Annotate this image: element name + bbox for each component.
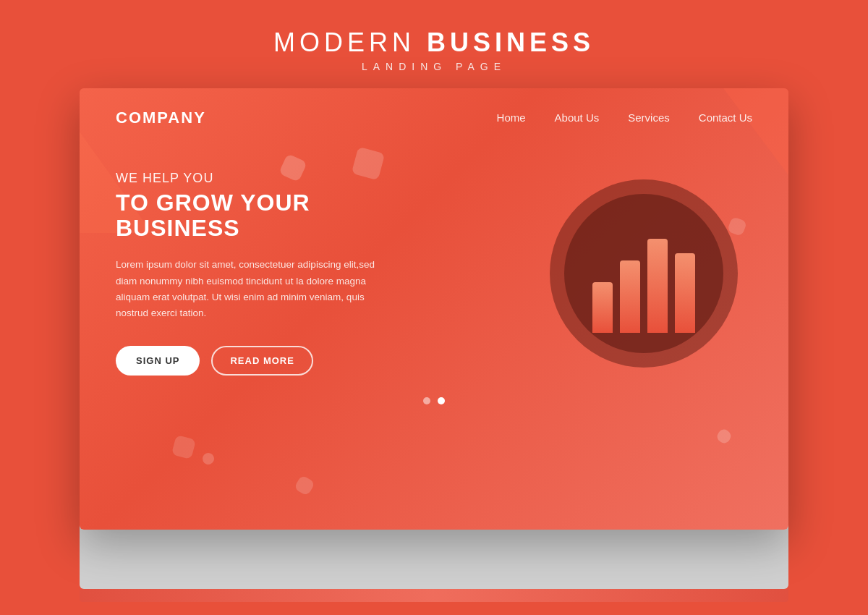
- nav-item-home[interactable]: Home: [497, 111, 526, 124]
- nav-links: Home About Us Services Contact Us: [497, 111, 752, 124]
- main-content: WE HELP YOU TO GROW YOUR BUSINESS Lorem …: [80, 135, 788, 397]
- dot-2[interactable]: [438, 397, 445, 404]
- bottom-gray-area: [80, 524, 788, 589]
- hero-subtitle: WE HELP YOU: [116, 171, 434, 186]
- page-title-area: MODERN BUSINESS LANDING PAGE: [273, 0, 595, 88]
- navbar: COMPANY Home About Us Services Contact U…: [80, 88, 788, 135]
- chart-bar-1: [592, 282, 613, 333]
- chart-bar-4: [675, 253, 695, 333]
- nav-item-contact[interactable]: Contact Us: [699, 111, 752, 124]
- pagination-dots: [80, 397, 788, 420]
- bottom-red-bar: [80, 589, 788, 602]
- chart-bar-3: [647, 239, 668, 333]
- nav-link-about[interactable]: About Us: [555, 111, 600, 124]
- landing-card: COMPANY Home About Us Services Contact U…: [80, 88, 788, 530]
- decor-shape-5: [201, 451, 216, 467]
- decor-shape-4: [715, 427, 733, 445]
- button-group: SIGN UP READ MORE: [116, 346, 434, 376]
- chart-circle-inner: [564, 194, 723, 353]
- dot-1[interactable]: [423, 397, 430, 404]
- nav-link-home[interactable]: Home: [497, 111, 526, 124]
- outer-background: MODERN BUSINESS LANDING PAGE COMPANY Hom…: [0, 0, 868, 615]
- hero-title: TO GROW YOUR BUSINESS: [116, 190, 434, 241]
- nav-item-about[interactable]: About Us: [555, 111, 600, 124]
- nav-link-contact[interactable]: Contact Us: [699, 111, 752, 124]
- chart-container: [550, 179, 738, 368]
- readmore-button[interactable]: READ MORE: [211, 346, 312, 376]
- nav-link-services[interactable]: Services: [628, 111, 670, 124]
- sub-title: LANDING PAGE: [273, 61, 595, 72]
- chart-circle-outer: [550, 179, 738, 368]
- left-content: WE HELP YOU TO GROW YOUR BUSINESS Lorem …: [116, 171, 434, 376]
- signup-button[interactable]: SIGN UP: [116, 346, 200, 376]
- nav-item-services[interactable]: Services: [628, 111, 670, 124]
- chart-bar-2: [620, 260, 640, 333]
- logo: COMPANY: [116, 109, 206, 127]
- decor-shape-7: [171, 435, 196, 459]
- main-title: MODERN BUSINESS: [273, 27, 595, 58]
- hero-description: Lorem ipsum dolor sit amet, consectetuer…: [116, 257, 391, 321]
- decor-shape-6: [294, 475, 315, 496]
